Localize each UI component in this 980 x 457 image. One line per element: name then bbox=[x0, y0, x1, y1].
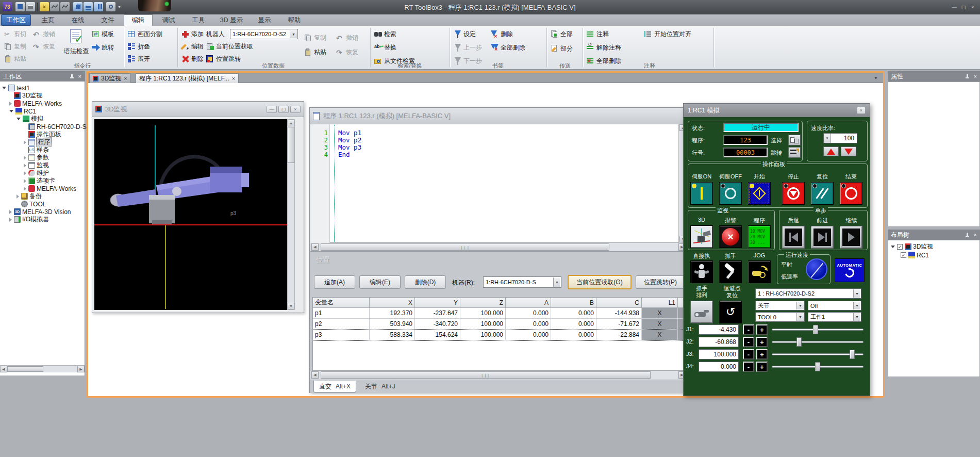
position-delete-button[interactable]: 删除(D) bbox=[405, 275, 446, 289]
program-titlebar[interactable]: 程序 1:RC1 123.r (模拟) [MELFA-BASIC V] bbox=[310, 108, 686, 124]
tab-tools[interactable]: 工具 bbox=[185, 14, 212, 26]
tab-home[interactable]: 主页 bbox=[34, 14, 62, 26]
3d-vscrollbar[interactable]: ▲ ▼ bbox=[287, 119, 295, 310]
stop-button[interactable] bbox=[782, 182, 805, 205]
undo-button[interactable]: ↶撤销 bbox=[33, 29, 55, 39]
pin-icon[interactable] bbox=[965, 74, 970, 79]
j3-minus-button[interactable]: - bbox=[743, 349, 754, 360]
start-button[interactable] bbox=[748, 182, 771, 205]
comment-button[interactable]: 注释 bbox=[587, 29, 609, 39]
speed-up-button[interactable] bbox=[823, 146, 839, 156]
tab-workspace[interactable]: 工作区 bbox=[1, 14, 31, 26]
speed-spinner[interactable]: ▼ 100 bbox=[823, 133, 857, 143]
j2-slider-thumb[interactable] bbox=[796, 337, 802, 347]
expander-open-icon[interactable] bbox=[891, 246, 895, 248]
close-icon[interactable]: × bbox=[974, 232, 977, 238]
doc-tab-program[interactable]: 程序 1:RC1 123.r (模拟) [MELF...× bbox=[136, 73, 239, 83]
maximize-button[interactable]: ▢ bbox=[959, 4, 968, 11]
close-icon[interactable]: × bbox=[124, 75, 127, 81]
code-editor[interactable]: 1Mov p1 2Mov p2 3Mov p3 4End bbox=[310, 124, 678, 243]
get-current-position-button[interactable]: 当前位置获取 bbox=[206, 42, 253, 51]
expander-closed-icon[interactable] bbox=[24, 156, 26, 160]
close-icon[interactable]: × bbox=[232, 75, 235, 81]
layout-item-rc1[interactable]: ✓ RC1 bbox=[898, 251, 929, 259]
chevron-down-icon[interactable]: ▼ bbox=[853, 313, 860, 321]
layout-item-3d-monitor[interactable]: ✓ 3D监视 bbox=[891, 243, 933, 251]
table-row-selected[interactable]: p3 588.334 154.624 100.000 0.000 0.000 -… bbox=[313, 330, 685, 340]
j2-slider-track[interactable] bbox=[772, 341, 863, 343]
transfer-part-button[interactable]: 部分 bbox=[551, 44, 573, 53]
3d-viewport[interactable]: p3 bbox=[94, 119, 287, 310]
tree-item-simulation[interactable]: 模拟 bbox=[16, 115, 43, 123]
position-jump-button[interactable]: 位置跳转(P) bbox=[636, 275, 685, 289]
reset-button[interactable] bbox=[811, 182, 834, 205]
delete-position-button[interactable]: 删除 bbox=[181, 54, 204, 63]
j1-value-field[interactable]: -4.430 bbox=[699, 324, 739, 335]
close-icon[interactable]: × bbox=[78, 73, 81, 79]
ribbon-robot-select[interactable]: 1:RH-6CH7020-D-S2▼ bbox=[230, 29, 298, 39]
redo-position-button[interactable]: ↷恢复 bbox=[336, 47, 358, 57]
bookmark-delete-button[interactable]: ×删除 bbox=[491, 29, 513, 39]
scroll-left-icon[interactable]: ◀ bbox=[0, 366, 7, 372]
minimize-button[interactable]: — bbox=[950, 4, 958, 11]
tree-item-backup[interactable]: 备份 bbox=[16, 192, 42, 200]
chevron-down-icon[interactable]: ▼ bbox=[290, 30, 297, 38]
tab-help[interactable]: 帮助 bbox=[280, 14, 308, 26]
j4-plus-button[interactable]: + bbox=[756, 362, 768, 372]
workspace-hscrollbar[interactable]: ◀ ▶ bbox=[0, 365, 85, 372]
step-back-button[interactable] bbox=[782, 226, 805, 249]
monitor-3d-button[interactable] bbox=[690, 225, 713, 248]
j3-value-field[interactable]: 100.000 bbox=[699, 349, 739, 360]
screen-split-button[interactable]: 画面分割 bbox=[128, 29, 162, 39]
j2-minus-button[interactable]: - bbox=[743, 337, 754, 347]
select-program-button[interactable] bbox=[788, 135, 801, 145]
operation-panel-titlebar[interactable]: 1:RC1 模拟 × bbox=[684, 104, 870, 117]
tree-item-rc1[interactable]: RC1 bbox=[9, 107, 36, 115]
tree-item-test1[interactable]: test1 bbox=[2, 84, 30, 92]
scroll-thumb[interactable] bbox=[7, 366, 43, 372]
scroll-left-icon[interactable]: ◀ bbox=[311, 371, 319, 379]
table-row[interactable]: p1 192.370 -237.647 100.000 0.000 0.000 … bbox=[313, 308, 685, 319]
alarm-button[interactable]: × bbox=[719, 225, 742, 248]
minimize-icon[interactable]: — bbox=[267, 106, 277, 113]
program-monitor-button[interactable]: 10 MOV 20 MOV 30 ... bbox=[748, 225, 771, 248]
tree-item-melfa-works[interactable]: MELFA-Works bbox=[9, 100, 62, 107]
position-edit-button[interactable]: 编辑(E) bbox=[359, 275, 401, 289]
expander-closed-icon[interactable] bbox=[24, 187, 26, 191]
chevron-down-icon[interactable]: ▼ bbox=[853, 289, 860, 298]
scroll-thumb[interactable]: | | | bbox=[321, 243, 609, 251]
scroll-thumb[interactable] bbox=[288, 127, 294, 163]
chevron-down-icon[interactable]: ▼ bbox=[553, 278, 560, 287]
tab-edit[interactable]: 编辑 bbox=[124, 14, 153, 26]
tree-item-spline[interactable]: LS样条 bbox=[24, 146, 49, 154]
bookmark-set-button[interactable]: 设定 bbox=[454, 29, 476, 39]
position-jump-button[interactable]: 位置跳转 bbox=[206, 54, 241, 63]
hand-button[interactable] bbox=[719, 260, 742, 283]
speed-down-button[interactable] bbox=[841, 146, 856, 156]
close-icon[interactable]: × bbox=[290, 106, 301, 113]
code-hscrollbar[interactable]: ◀ | | | ▶ bbox=[310, 243, 687, 252]
template-button[interactable]: ⇄模板 bbox=[92, 29, 114, 39]
tab-file[interactable]: 文件 bbox=[94, 14, 122, 26]
chevron-down-icon[interactable]: ▼ bbox=[796, 313, 804, 321]
expander-closed-icon[interactable] bbox=[24, 164, 26, 168]
expander-closed-icon[interactable] bbox=[9, 218, 12, 222]
replace-button[interactable]: ab↩替换 bbox=[374, 43, 396, 52]
j3-slider-thumb[interactable] bbox=[850, 350, 855, 359]
jump-button[interactable]: 跳转 bbox=[92, 43, 114, 52]
close-button[interactable]: × bbox=[969, 4, 977, 11]
3d-monitor-titlebar[interactable]: 3D监视 — ▢ × bbox=[92, 102, 304, 117]
comment-delete-all-button[interactable]: ×全部删除 bbox=[587, 56, 621, 66]
tab-cartesian[interactable]: 直交Alt+X bbox=[313, 381, 356, 393]
expander-open-icon[interactable] bbox=[9, 110, 13, 112]
hand-align-button[interactable] bbox=[690, 301, 713, 323]
expand-button[interactable]: 展开 bbox=[128, 54, 150, 63]
tool-select[interactable]: TOOL0▼ bbox=[755, 312, 805, 322]
position-robot-select[interactable]: 1:RH-6CH7020-D-S▼ bbox=[483, 276, 561, 288]
position-add-button[interactable]: 追加(A) bbox=[314, 275, 355, 289]
paste-button[interactable]: 粘贴 bbox=[4, 54, 26, 63]
j2-plus-button[interactable]: + bbox=[756, 337, 768, 347]
direct-execution-button[interactable] bbox=[690, 260, 713, 283]
expander-closed-icon[interactable] bbox=[9, 210, 12, 214]
expander-closed-icon[interactable] bbox=[24, 171, 26, 175]
